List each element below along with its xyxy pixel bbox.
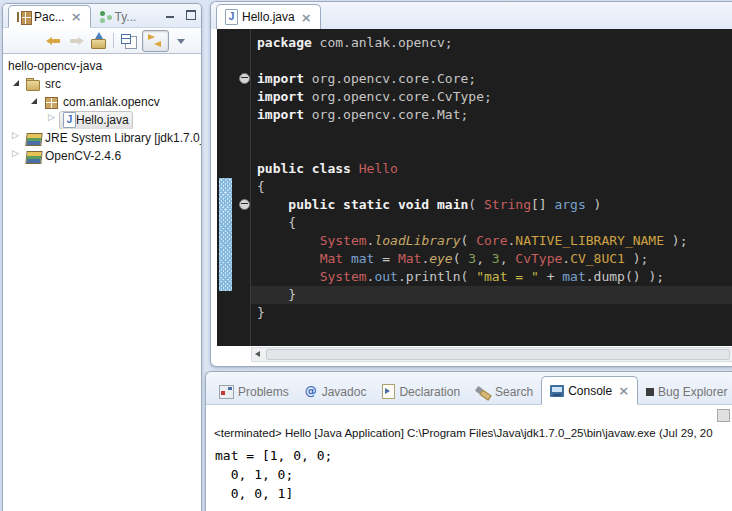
code-line[interactable]: Mat mat = Mat.eye( 3, 3, CvType.CV_8UC1 … xyxy=(217,250,732,268)
code-token: 3 xyxy=(492,251,500,266)
code-line[interactable]: { xyxy=(217,178,732,196)
tree-item-content: com.anlak.opencv xyxy=(41,94,163,111)
tree-item-src[interactable]: src xyxy=(3,75,201,93)
code-token: main xyxy=(437,197,468,212)
package-explorer-view: Pac...×Ty... hello-opencv-javasrccom.anl… xyxy=(2,3,202,511)
tree-expand-icon[interactable] xyxy=(11,133,23,143)
tree-expand-icon[interactable] xyxy=(11,79,23,89)
code-token: out xyxy=(374,269,397,284)
code-line[interactable]: System.loadLibrary( Core.NATIVE_LIBRARY_… xyxy=(217,232,732,250)
code-token: NATIVE_LIBRARY_NAME xyxy=(515,233,664,248)
code-token: } xyxy=(257,305,265,320)
tree-item-label: JRE System Library [jdk1.7.0_25] xyxy=(45,131,201,145)
tree-item-jre-system-library-jdk1-7-0-25[interactable]: JRE System Library [jdk1.7.0_25] xyxy=(3,129,201,147)
tab-pac[interactable]: Pac...× xyxy=(8,5,91,28)
code-line[interactable]: import org.opencv.core.Mat; xyxy=(217,106,732,124)
code-token: 3 xyxy=(468,251,476,266)
tree-item-content: JRE System Library [jdk1.7.0_25] xyxy=(23,130,201,147)
code-line[interactable] xyxy=(217,124,732,142)
tree-item-com-anlak-opencv[interactable]: com.anlak.opencv xyxy=(3,93,201,111)
tab-declaration[interactable]: Declaration xyxy=(374,379,468,404)
tab-label: Ty... xyxy=(115,10,137,24)
code-token: loadLibrary xyxy=(374,233,460,248)
link-with-editor-icon[interactable] xyxy=(142,30,169,52)
code-line[interactable]: public static void main( String[] args ) xyxy=(217,196,732,214)
tab-bug-explorer[interactable]: Bug Explorer xyxy=(638,379,732,404)
code-token: import xyxy=(257,89,304,104)
code-token: , xyxy=(476,251,492,266)
code-token: . xyxy=(562,251,570,266)
code-line[interactable]: package com.anlak.opencv; xyxy=(217,34,732,52)
code-token: ( xyxy=(461,269,477,284)
project-tree: hello-opencv-javasrccom.anlak.opencvHell… xyxy=(3,54,201,165)
code-line[interactable]: } xyxy=(217,304,732,322)
code-token: org.opencv.core.Core; xyxy=(304,71,476,86)
console-toolbar-button[interactable] xyxy=(717,409,730,422)
horizontal-scrollbar[interactable] xyxy=(251,347,732,362)
tree-item-hello-opencv-java[interactable]: hello-opencv-java xyxy=(3,57,201,75)
code-line[interactable]: import org.opencv.core.Core; xyxy=(217,70,732,88)
tab-search[interactable]: Search xyxy=(468,379,541,404)
close-icon[interactable]: × xyxy=(618,384,629,397)
tab-label: Console xyxy=(568,384,612,398)
code-token: String xyxy=(484,197,531,212)
go-into-icon[interactable] xyxy=(89,32,107,50)
tree-item-content: Hello.java xyxy=(59,111,133,129)
tree-item-hello-java[interactable]: Hello.java xyxy=(3,111,201,129)
code-token: args xyxy=(554,197,585,212)
code-token: mat xyxy=(562,269,585,284)
tree-item-content: src xyxy=(23,76,64,93)
code-editor[interactable]: package com.anlak.opencv;import org.open… xyxy=(217,29,732,346)
code-token: dump xyxy=(594,269,625,284)
fold-collapse-icon[interactable] xyxy=(239,73,250,84)
code-line[interactable]: { xyxy=(217,214,732,232)
tree-item-opencv-2-4-6[interactable]: OpenCV-2.4.6 xyxy=(3,147,201,165)
code-token: Mat xyxy=(320,251,343,266)
minimize-icon[interactable] xyxy=(164,9,177,20)
tree-item-label: hello-opencv-java xyxy=(8,59,102,73)
tab-hello-java[interactable]: Hello.java× xyxy=(216,4,321,29)
tree-item-label: OpenCV-2.4.6 xyxy=(45,149,121,163)
bug-icon xyxy=(646,388,654,396)
code-token: ( xyxy=(468,197,484,212)
code-line[interactable]: System.out.println( "mat = " + mat.dump(… xyxy=(217,268,732,286)
tree-item-label: Hello.java xyxy=(76,113,129,127)
tab-label: Pac... xyxy=(34,10,65,24)
search-icon xyxy=(476,385,491,398)
tree-expand-icon[interactable] xyxy=(47,115,59,125)
forward-icon[interactable] xyxy=(67,32,85,50)
code-token: package xyxy=(257,35,312,50)
tab-ty[interactable]: Ty... xyxy=(91,6,145,27)
tab-problems[interactable]: Problems xyxy=(211,379,297,404)
fold-collapse-icon[interactable] xyxy=(239,199,250,210)
code-token: [] xyxy=(531,197,554,212)
code-line[interactable] xyxy=(217,52,732,70)
code-line[interactable]: } xyxy=(217,286,732,304)
maximize-icon[interactable] xyxy=(184,9,197,20)
javadoc-icon xyxy=(305,385,318,398)
back-icon[interactable] xyxy=(45,32,63,50)
console-output[interactable]: mat = [1, 0, 0; 0, 1, 0; 0, 0, 1] xyxy=(215,446,332,503)
code-token: () ); xyxy=(625,269,664,284)
close-icon[interactable]: × xyxy=(71,10,82,23)
close-icon[interactable]: × xyxy=(301,11,312,24)
package-icon xyxy=(44,96,59,109)
code-line[interactable]: import org.opencv.core.CvType; xyxy=(217,88,732,106)
console-tabbar: ProblemsJavadocDeclarationSearchConsole×… xyxy=(206,372,732,404)
tree-item-label: src xyxy=(45,77,61,91)
console-process-label: <terminated> Hello [Java Application] C:… xyxy=(214,427,732,439)
tab-console[interactable]: Console× xyxy=(541,376,638,405)
tab-javadoc[interactable]: Javadoc xyxy=(297,379,375,404)
code-line[interactable]: public class Hello xyxy=(217,160,732,178)
tab-label: Javadoc xyxy=(322,385,367,399)
scroll-left-icon[interactable] xyxy=(255,351,260,357)
java-file-icon xyxy=(63,112,76,128)
toolbar-separator xyxy=(113,33,114,48)
code-line[interactable] xyxy=(217,142,732,160)
tree-expand-icon[interactable] xyxy=(29,97,41,107)
view-menu-icon[interactable] xyxy=(173,32,191,50)
collapse-all-icon[interactable] xyxy=(120,32,138,50)
scrollbar-thumb[interactable] xyxy=(266,349,730,360)
tree-expand-icon[interactable] xyxy=(11,151,23,161)
library-icon xyxy=(26,150,41,163)
